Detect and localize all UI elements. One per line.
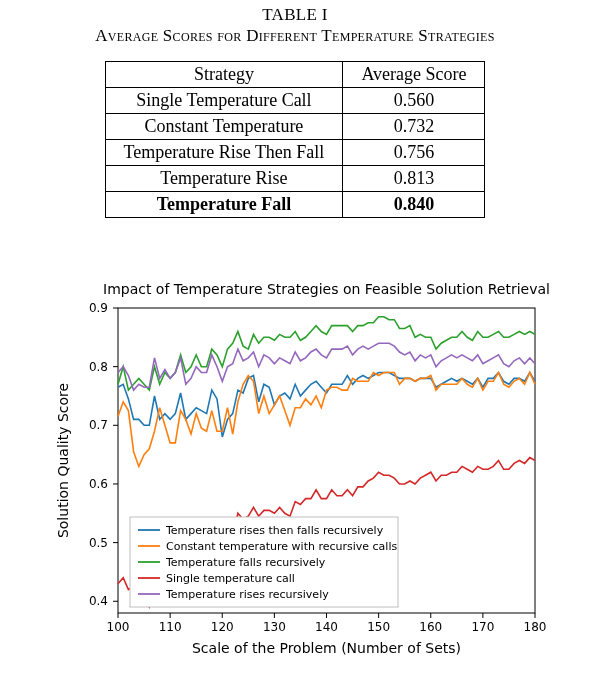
table-header-row: Strategy Average Score [105, 61, 485, 87]
y-axis-label: Solution Quality Score [55, 382, 71, 537]
page: TABLE I Average Scores for Different Tem… [0, 4, 590, 686]
cell-score: 0.813 [343, 165, 485, 191]
cell-score: 0.560 [343, 87, 485, 113]
cell-strategy: Temperature Rise Then Fall [105, 139, 343, 165]
x-tick-label: 100 [107, 620, 130, 634]
table-row: Temperature Fall0.840 [105, 191, 485, 217]
x-tick-label: 180 [524, 620, 547, 634]
legend-label: Single temperature call [166, 572, 295, 585]
table-row: Temperature Rise Then Fall0.756 [105, 139, 485, 165]
x-tick-label: 160 [419, 620, 442, 634]
legend-label: Temperature rises recursively [165, 588, 329, 601]
table-caption-line1: TABLE I [0, 4, 590, 25]
cell-strategy: Temperature Fall [105, 191, 343, 217]
cell-score: 0.732 [343, 113, 485, 139]
x-tick-label: 170 [471, 620, 494, 634]
strategy-table: Strategy Average Score Single Temperatur… [105, 61, 486, 218]
x-tick-label: 120 [211, 620, 234, 634]
cell-strategy: Temperature Rise [105, 165, 343, 191]
line-chart: Impact of Temperature Strategies on Feas… [40, 278, 550, 668]
col-header-strategy: Strategy [105, 61, 343, 87]
y-tick-label: 0.9 [89, 301, 108, 315]
chart-container: Impact of Temperature Strategies on Feas… [0, 278, 590, 668]
y-tick-label: 0.7 [89, 418, 108, 432]
x-tick-label: 140 [315, 620, 338, 634]
x-tick-label: 110 [159, 620, 182, 634]
y-tick-label: 0.5 [89, 535, 108, 549]
y-tick-label: 0.4 [89, 594, 108, 608]
legend-label: Temperature falls recursively [165, 556, 326, 569]
table-row: Temperature Rise0.813 [105, 165, 485, 191]
x-tick-label: 150 [367, 620, 390, 634]
cell-strategy: Single Temperature Call [105, 87, 343, 113]
series-line [118, 372, 535, 466]
cell-score: 0.840 [343, 191, 485, 217]
cell-strategy: Constant Temperature [105, 113, 343, 139]
table-caption-line2: Average Scores for Different Temperature… [0, 25, 590, 46]
x-axis-label: Scale of the Problem (Number of Sets) [192, 640, 461, 656]
chart-title: Impact of Temperature Strategies on Feas… [103, 281, 550, 297]
series-line [118, 316, 535, 389]
x-tick-label: 130 [263, 620, 286, 634]
table-row: Single Temperature Call0.560 [105, 87, 485, 113]
table-caption: TABLE I Average Scores for Different Tem… [0, 4, 590, 47]
legend-label: Constant temperature with recursive call… [166, 540, 397, 553]
series-line [118, 372, 535, 437]
y-tick-label: 0.8 [89, 359, 108, 373]
legend-label: Temperature rises then falls recursively [165, 524, 384, 537]
table-row: Constant Temperature0.732 [105, 113, 485, 139]
col-header-score: Average Score [343, 61, 485, 87]
cell-score: 0.756 [343, 139, 485, 165]
y-tick-label: 0.6 [89, 476, 108, 490]
